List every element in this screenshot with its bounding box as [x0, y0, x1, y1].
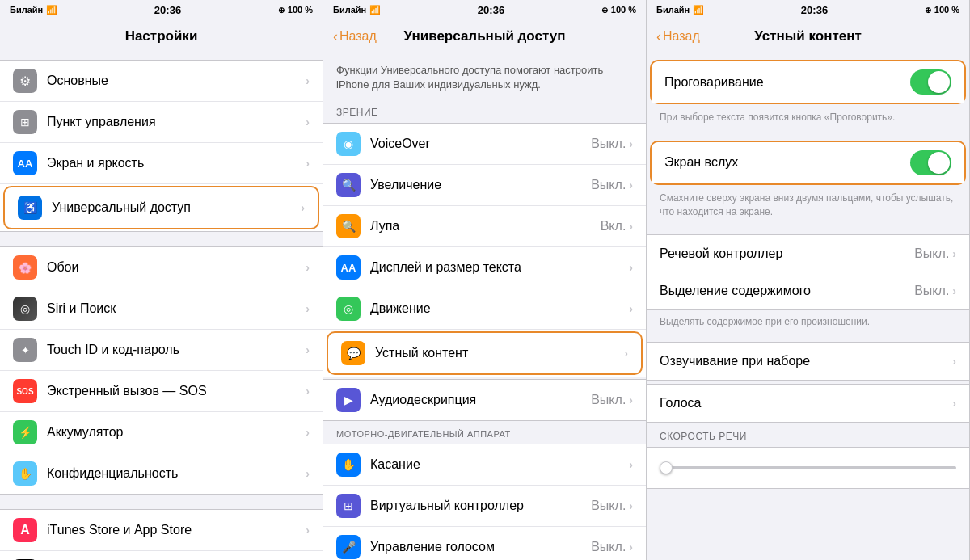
accessibility-chevron: ›: [301, 201, 305, 214]
voices-chevron: ›: [952, 397, 956, 410]
lupa-label: Лупа: [370, 219, 601, 234]
settings-item-lupa[interactable]: 🔍 Лупа Вкл. ›: [323, 206, 646, 247]
control-label: Пункт управления: [47, 115, 306, 129]
spoken-chevron: ›: [624, 347, 628, 360]
accessibility-list[interactable]: Функции Универсального доступа помогают …: [323, 53, 646, 560]
siri-label: Siri и Поиск: [47, 301, 306, 316]
settings-item-speechctrl[interactable]: Речевой контроллер Выкл. ›: [647, 235, 969, 272]
lupa-value: Вкл.: [601, 219, 626, 234]
spoken-remaining-group: Речевой контроллер Выкл. › Выделение сод…: [647, 234, 969, 310]
nav-back-2[interactable]: ‹ Назад: [333, 29, 377, 44]
wallpaper-icon: 🌸: [13, 255, 37, 280]
settings-item-voice[interactable]: 🎤 Управление голосом Выкл. ›: [323, 527, 646, 560]
display-chevron: ›: [306, 157, 310, 170]
control-icon: ⊞: [13, 110, 37, 134]
switch-icon: ⊞: [336, 494, 361, 518]
settings-item-spoken[interactable]: 💬 Устный контент ›: [327, 331, 643, 375]
settings-item-battery[interactable]: ⚡ Аккумулятор ›: [0, 412, 323, 453]
voice-chevron: ›: [629, 541, 633, 554]
settings-item-voices[interactable]: Голоса ›: [647, 385, 969, 422]
zoom-label: Увеличение: [370, 178, 591, 192]
switch-value: Выкл.: [591, 499, 626, 513]
settings-item-touch2[interactable]: ✋ Касание ›: [323, 444, 646, 486]
settings-item-progovor[interactable]: Проговаривание: [652, 61, 964, 103]
settings-item-general[interactable]: ⚙ Основные ›: [0, 61, 323, 102]
progovor-toggle-knob: [928, 71, 950, 93]
settings-item-control[interactable]: ⊞ Пункт управления ›: [0, 102, 323, 143]
speed-slider[interactable]: [660, 466, 956, 469]
voice-icon: 🎤: [336, 535, 361, 559]
settings-list-1[interactable]: ⚙ Основные › ⊞ Пункт управления › AA Экр…: [0, 53, 323, 560]
spoken-icon: 💬: [341, 341, 365, 365]
speed-group: [647, 447, 969, 489]
sos-icon: SOS: [13, 379, 37, 403]
siri-icon: ◎: [13, 297, 37, 321]
settings-item-privacy[interactable]: ✋ Конфиденциальность ›: [0, 453, 323, 494]
screen-group: Экран вслух: [650, 141, 966, 185]
carrier-1: Билайн: [10, 5, 43, 15]
status-left-1: Билайн 📶: [10, 5, 57, 15]
settings-item-screen[interactable]: Экран вслух: [652, 142, 964, 183]
settings-item-touchid[interactable]: ✦ Touch ID и код-пароль ›: [0, 330, 323, 371]
motion-label: Движение: [370, 301, 629, 316]
panel-accessibility: Билайн 📶 20:36 ⊕ 100 % ‹ Назад Универсал…: [323, 0, 647, 560]
nav-title-2: Универсальный доступ: [404, 28, 566, 44]
status-bar-2: Билайн 📶 20:36 ⊕ 100 %: [323, 0, 646, 19]
settings-item-displaysize[interactable]: AA Дисплей и размер текста ›: [323, 247, 646, 288]
panel-settings: Билайн 📶 20:36 ⊕ 100 % Настройки ⚙ Основ…: [0, 0, 323, 560]
battery-icon-3: ⊕: [925, 6, 931, 15]
back-label-3: Назад: [663, 29, 700, 44]
status-bar-1: Билайн 📶 20:36 ⊕ 100 %: [0, 0, 323, 19]
status-left-3: Билайн 📶: [656, 5, 704, 15]
speed-slider-row[interactable]: [647, 448, 969, 488]
settings-item-wallet[interactable]: ▣ Wallet и Apple Pay ›: [0, 551, 323, 560]
spoken-label: Устный контент: [375, 346, 624, 360]
progovor-toggle[interactable]: [910, 69, 951, 95]
spoken-group2: Озвучивание при наборе ›: [647, 342, 969, 381]
battery-pct-3: 100 %: [934, 5, 959, 15]
display-icon: AA: [13, 151, 37, 175]
switch-label: Виртуальный контроллер: [370, 499, 591, 513]
settings-item-accessibility[interactable]: ♿ Универсальный доступ ›: [3, 186, 319, 229]
itunes-icon: A: [13, 518, 37, 542]
settings-group-main: ⚙ Основные › ⊞ Пункт управления › AA Экр…: [0, 60, 323, 232]
nav-back-3[interactable]: ‹ Назад: [656, 29, 700, 44]
settings-item-zoom[interactable]: 🔍 Увеличение Выкл. ›: [323, 165, 646, 206]
audiodesc-group: ▶ Аудиодескрипция Выкл. ›: [323, 379, 646, 421]
settings-item-typing[interactable]: Озвучивание при наборе ›: [647, 343, 969, 380]
speed-slider-thumb[interactable]: [660, 461, 673, 474]
settings-item-itunes[interactable]: A iTunes Store и App Store ›: [0, 510, 323, 551]
spoken-list[interactable]: Проговаривание При выборе текста появитс…: [647, 53, 969, 560]
general-icon: ⚙: [13, 69, 37, 93]
general-chevron: ›: [306, 74, 310, 87]
settings-item-motion[interactable]: ◎ Движение ›: [323, 288, 646, 330]
motion-icon: ◎: [336, 297, 361, 321]
battery-icon-1: ⊕: [278, 6, 285, 15]
zoom-icon: 🔍: [336, 173, 361, 197]
settings-item-voiceover[interactable]: ◉ VoiceOver Выкл. ›: [323, 124, 646, 165]
settings-item-wallpaper[interactable]: 🌸 Обои ›: [0, 247, 323, 288]
settings-item-audiodesc[interactable]: ▶ Аудиодескрипция Выкл. ›: [323, 380, 646, 420]
settings-item-display[interactable]: AA Экран и яркость ›: [0, 143, 323, 184]
time-1: 20:36: [154, 4, 181, 16]
zoom-chevron: ›: [629, 179, 633, 192]
back-chevron-2: ‹: [333, 29, 338, 44]
screen-toggle[interactable]: [910, 150, 951, 175]
highlight-label: Выделение содержимого: [660, 284, 914, 298]
settings-item-switch[interactable]: ⊞ Виртуальный контроллер Выкл. ›: [323, 486, 646, 527]
settings-item-sos[interactable]: SOS Экстренный вызов — SOS ›: [0, 371, 323, 412]
settings-item-highlight[interactable]: Выделение содержимого Выкл. ›: [647, 272, 969, 309]
highlight-value: Выкл.: [914, 284, 949, 298]
status-left-2: Билайн 📶: [333, 5, 381, 15]
carrier-2: Билайн: [333, 5, 366, 15]
nav-title-3: Устный контент: [754, 28, 862, 44]
sos-label: Экстренный вызов — SOS: [47, 384, 306, 398]
audiodesc-label: Аудиодескрипция: [370, 393, 591, 407]
back-label-2: Назад: [340, 29, 377, 44]
speed-section-header: СКОРОСТЬ РЕЧИ: [647, 423, 969, 447]
settings-item-siri[interactable]: ◎ Siri и Поиск ›: [0, 288, 323, 330]
wifi-icon-1: 📶: [46, 5, 57, 15]
touch2-label: Касание: [370, 457, 629, 472]
touchid-label: Touch ID и код-пароль: [47, 343, 306, 357]
accessibility-label: Универсальный доступ: [52, 200, 301, 215]
